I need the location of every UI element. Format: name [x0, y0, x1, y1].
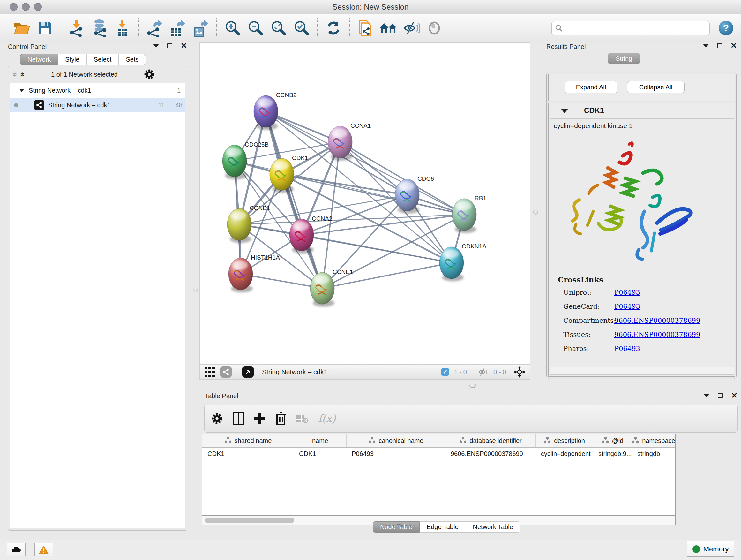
shared-column-icon: [368, 437, 375, 445]
fit-content-icon[interactable]: [514, 366, 525, 378]
clone-network-button[interactable]: [356, 18, 375, 38]
network-options-gear-icon[interactable]: [144, 69, 155, 80]
tree-expand-icon[interactable]: [19, 89, 24, 92]
tab-network-table[interactable]: Network Table: [466, 521, 521, 533]
crosslink-link[interactable]: P06493: [614, 303, 640, 310]
tab-network[interactable]: Network: [20, 54, 58, 65]
show-all-button[interactable]: [425, 18, 444, 38]
column-header-namespace[interactable]: namespace: [632, 434, 675, 447]
delete-column-icon[interactable]: [275, 412, 286, 425]
tab-style[interactable]: Style: [58, 54, 86, 65]
expand-all-button[interactable]: Expand All: [564, 81, 617, 93]
tab-edge-table[interactable]: Edge Table: [420, 521, 466, 533]
network-view-type-icon[interactable]: [220, 366, 232, 378]
table-cell[interactable]: stringdb:9...: [593, 448, 632, 462]
table-cell[interactable]: P06493: [347, 448, 446, 462]
table-options-gear-icon[interactable]: [211, 413, 223, 425]
network-edge[interactable]: [301, 235, 452, 263]
collapse-all-button[interactable]: Collapse All: [627, 81, 684, 93]
refresh-button[interactable]: [324, 18, 343, 38]
network-node-RB1[interactable]: [452, 199, 476, 233]
home-button[interactable]: [379, 18, 398, 38]
open-session-button[interactable]: [13, 18, 31, 38]
table-cell[interactable]: cyclin–dependent ...: [536, 448, 593, 462]
network-node-CCNE1[interactable]: [310, 272, 334, 307]
bottom-splitter-handle[interactable]: [469, 384, 476, 388]
right-splitter-handle[interactable]: [533, 210, 538, 214]
network-node-CDK1[interactable]: [270, 159, 294, 193]
expand-all-networks-icon[interactable]: «: [18, 72, 28, 77]
zoom-in-button[interactable]: [223, 18, 242, 38]
warning-button[interactable]: [35, 543, 53, 556]
help-button[interactable]: ?: [719, 21, 733, 36]
show-columns-icon[interactable]: [232, 412, 244, 425]
table-cell[interactable]: stringdb: [632, 448, 675, 462]
panel-menu-icon[interactable]: [703, 44, 709, 48]
panel-menu-icon[interactable]: [704, 394, 710, 397]
table-row[interactable]: CDK1CDK1P064939606.ENSP00000378699cyclin…: [202, 448, 675, 462]
column-header-name[interactable]: name: [294, 434, 347, 447]
protein-section-toggle-icon[interactable]: [561, 109, 568, 113]
import-network-button[interactable]: [68, 18, 86, 38]
export-network-button[interactable]: [145, 18, 164, 38]
crosslink-link[interactable]: 9606.ENSP00000378699: [614, 317, 700, 324]
network-edge[interactable]: [241, 274, 322, 288]
search-input[interactable]: [562, 24, 700, 32]
main-toolbar: ?: [0, 14, 741, 42]
save-session-button[interactable]: [36, 18, 54, 38]
cloud-button[interactable]: [7, 543, 25, 556]
selected-checkbox-icon[interactable]: ✓: [441, 368, 449, 376]
import-table-button[interactable]: [114, 18, 132, 38]
zoom-out-button[interactable]: [246, 18, 265, 38]
birdseye-view-icon[interactable]: [242, 366, 254, 378]
column-header-canonical-name[interactable]: canonical name: [347, 434, 446, 447]
crosslink-link[interactable]: 9606.ENSP00000378699: [614, 331, 700, 338]
network-node-CDC6[interactable]: [395, 179, 419, 213]
add-column-icon[interactable]: [254, 413, 266, 425]
network-node-CCNA1[interactable]: [328, 126, 352, 161]
column-header-shared-name[interactable]: shared name: [202, 434, 294, 447]
network-canvas[interactable]: CCNB2CCNA1CDC25BCDK1CDC6RB1CCNB1CCNA2CDK…: [199, 43, 530, 364]
tab-node-table[interactable]: Node Table: [373, 521, 420, 533]
grid-view-icon[interactable]: [204, 367, 215, 377]
node-label: RB1: [475, 195, 486, 201]
crosslink-link[interactable]: P06493: [614, 289, 640, 296]
tab-select[interactable]: Select: [87, 54, 119, 65]
network-node-CCNB2[interactable]: [254, 96, 278, 130]
panel-float-icon[interactable]: [167, 43, 172, 48]
node-label: CCNA1: [350, 122, 371, 129]
left-splitter-handle[interactable]: [193, 288, 198, 293]
network-collection-row[interactable]: String Network – cdk1 1: [10, 83, 185, 98]
tab-string[interactable]: String: [608, 53, 640, 64]
network-node-CCNB1[interactable]: [227, 208, 252, 243]
panel-close-icon[interactable]: ✕: [181, 43, 187, 48]
zoom-selected-button[interactable]: [292, 18, 311, 38]
network-node-CDC25B[interactable]: [222, 145, 247, 179]
table-hscrollbar-thumb[interactable]: [205, 517, 294, 523]
panel-close-icon[interactable]: ✕: [731, 43, 737, 48]
network-node-CDKN1A[interactable]: [440, 247, 464, 281]
network-node-HIST1H1A[interactable]: [228, 258, 253, 293]
network-node-CCNA2[interactable]: [289, 219, 314, 253]
results-hscrollbar[interactable]: [550, 367, 734, 374]
table-cell[interactable]: CDK1: [294, 448, 347, 462]
panel-menu-icon[interactable]: [153, 44, 159, 48]
export-image-button[interactable]: [192, 18, 210, 38]
hide-selected-button[interactable]: [402, 18, 421, 38]
column-header-description[interactable]: description: [536, 434, 593, 447]
network-row[interactable]: String Network – cdk1 11 48: [10, 98, 185, 112]
panel-float-icon[interactable]: [717, 43, 722, 48]
column-header--id[interactable]: @id: [593, 434, 632, 447]
import-database-button[interactable]: [91, 18, 109, 38]
memory-button[interactable]: Memory: [687, 541, 734, 557]
crosslink-link[interactable]: P06493: [614, 345, 640, 353]
zoom-fit-button[interactable]: [269, 18, 288, 38]
panel-float-icon[interactable]: [718, 393, 723, 398]
column-header-label: shared name: [234, 437, 272, 444]
panel-close-icon[interactable]: ✕: [731, 393, 738, 398]
table-cell[interactable]: 9606.ENSP00000378699: [446, 448, 536, 462]
column-header-database-identifier[interactable]: database identifier: [446, 434, 536, 447]
export-table-button[interactable]: [169, 18, 187, 38]
table-cell[interactable]: CDK1: [202, 448, 294, 462]
tab-sets[interactable]: Sets: [119, 54, 146, 65]
